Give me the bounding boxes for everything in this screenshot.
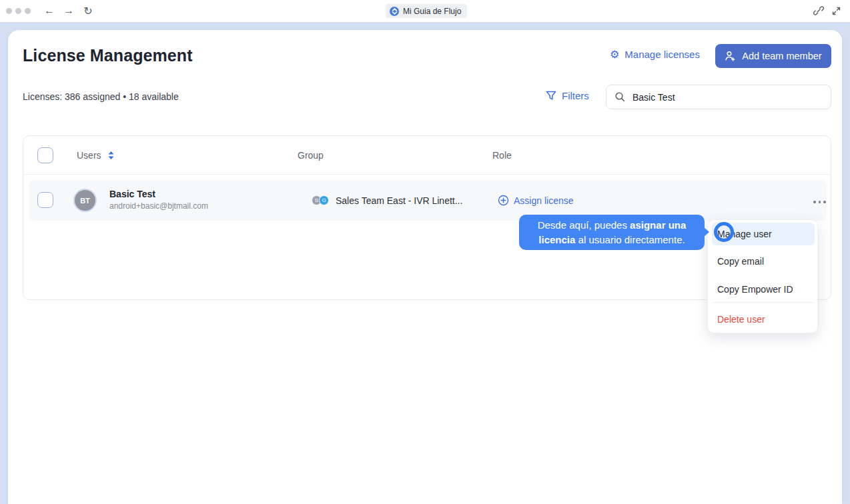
page-title: License Management xyxy=(23,46,193,65)
assign-license-label: Assign license xyxy=(514,195,574,206)
back-button[interactable]: ← xyxy=(41,3,57,19)
forward-button[interactable]: → xyxy=(61,3,77,19)
gear-icon: ⚙ xyxy=(610,49,619,60)
tab-favicon-icon xyxy=(390,7,399,16)
search-input[interactable] xyxy=(632,92,823,103)
user-email: android+basic@bjtmail.com xyxy=(109,201,208,211)
column-users[interactable]: Users xyxy=(77,150,115,161)
column-group: Group xyxy=(298,150,324,161)
group-badges: S G xyxy=(312,195,332,205)
tab-title: Mi Guia de Flujo xyxy=(403,7,461,16)
browser-chrome: ← → ↻ Mi Guia de Flujo xyxy=(0,0,850,22)
window-dot-2[interactable] xyxy=(15,8,21,14)
coachmark-tooltip: Desde aquí, puedes asignar una licencia … xyxy=(519,215,705,250)
search-icon xyxy=(614,91,626,103)
menu-item-manage-user[interactable]: Manage user xyxy=(712,223,815,245)
user-name: Basic Test xyxy=(109,189,155,199)
screen: { "browser": { "tab_title": "Mi Guia de … xyxy=(0,0,850,504)
table-row[interactable]: BT Basic Test android+basic@bjtmail.com … xyxy=(29,180,827,221)
row-checkbox[interactable] xyxy=(37,192,53,208)
menu-item-copy-empower-id[interactable]: Copy Empower ID xyxy=(712,278,815,301)
browser-tab[interactable]: Mi Guia de Flujo xyxy=(386,4,467,18)
avatar: BT xyxy=(75,190,95,211)
person-add-icon xyxy=(725,51,736,61)
license-summary: Licenses: 386 assigned • 18 available xyxy=(23,91,179,102)
filters-button[interactable]: Filters xyxy=(546,90,589,101)
tooltip-text: Desde aquí, puedes asignar una licencia … xyxy=(530,218,694,247)
assign-license-button[interactable]: Assign license xyxy=(498,195,574,206)
manage-licenses-label: Manage licenses xyxy=(624,49,700,60)
group-name: Sales Team East - IVR Linett... xyxy=(336,195,462,206)
column-users-label: Users xyxy=(77,150,101,161)
sort-icon[interactable] xyxy=(107,151,115,160)
group-badge-icon: G xyxy=(319,195,329,205)
plus-circle-icon xyxy=(498,195,509,206)
add-team-member-button[interactable]: Add team member xyxy=(715,44,831,68)
search-box xyxy=(606,85,831,109)
row-more-button[interactable] xyxy=(811,198,829,206)
menu-divider xyxy=(712,302,815,303)
link-icon[interactable] xyxy=(811,3,826,18)
window-dot-3[interactable] xyxy=(25,8,31,14)
reload-button[interactable]: ↻ xyxy=(80,3,96,19)
row-context-menu: Manage user Copy email Copy Empower ID D… xyxy=(707,219,818,333)
manage-licenses-link[interactable]: ⚙ Manage licenses xyxy=(610,49,700,60)
menu-item-copy-email[interactable]: Copy email xyxy=(712,250,815,273)
fullscreen-icon[interactable] xyxy=(829,3,843,18)
filters-label: Filters xyxy=(562,90,589,101)
select-all-checkbox[interactable] xyxy=(37,147,53,163)
filter-icon xyxy=(546,91,556,101)
window-dot-1[interactable] xyxy=(6,8,12,14)
table-header: Users Group Role xyxy=(23,136,831,175)
tooltip-arrow xyxy=(704,227,709,237)
add-team-member-label: Add team member xyxy=(742,51,821,61)
column-role: Role xyxy=(492,150,512,161)
menu-item-delete-user[interactable]: Delete user xyxy=(712,308,815,331)
